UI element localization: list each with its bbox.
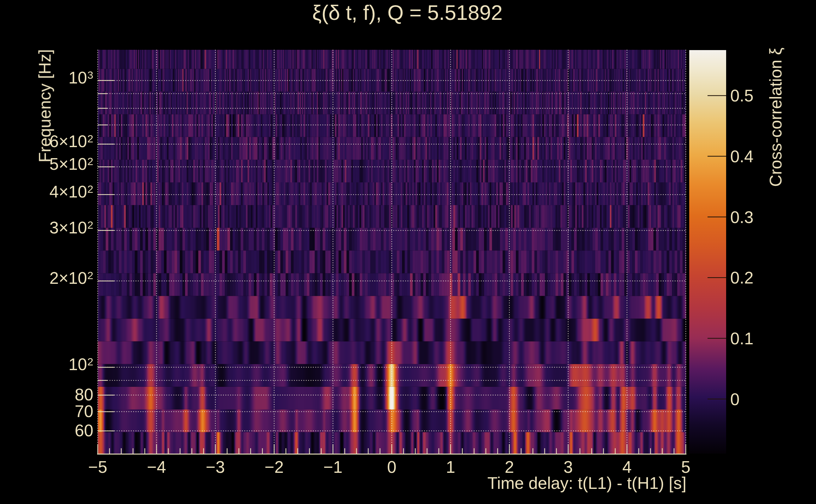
y-tick-base: 3×10	[49, 218, 87, 237]
x-tick-label: 4	[623, 457, 632, 477]
y-tick-exponent: 2	[87, 183, 93, 195]
x-tick-label: 3	[563, 457, 572, 477]
y-tick-label: 60	[0, 421, 93, 440]
y-tick-base: 6×10	[49, 132, 87, 150]
cross-correlation-heatmap-canvas	[0, 0, 816, 504]
y-tick-label: 70	[0, 401, 93, 421]
y-tick-label: 102	[0, 354, 93, 374]
x-tick-label: −5	[88, 457, 107, 477]
x-tick-label: −3	[206, 457, 225, 477]
colorbar-tick-label: 0.1	[730, 329, 754, 348]
y-tick-base: 5×10	[49, 154, 87, 173]
x-tick-label: −4	[147, 457, 166, 477]
y-tick-base: 80	[75, 385, 93, 404]
y-tick-exponent: 2	[87, 155, 93, 167]
x-tick-label: 1	[446, 457, 455, 477]
root-window: ξ(δ t, f), Q = 5.51892 Frequency [Hz] Ti…	[0, 0, 816, 504]
y-tick-exponent: 2	[87, 269, 93, 281]
y-tick-label: 5×102	[0, 154, 93, 174]
y-tick-base: 4×10	[49, 182, 87, 201]
y-tick-label: 103	[0, 68, 93, 87]
y-tick-label: 2×102	[0, 268, 93, 288]
colorbar-title: Cross-correlation ξ	[766, 48, 785, 187]
y-tick-base: 70	[75, 402, 93, 420]
y-tick-exponent: 2	[87, 356, 93, 368]
colorbar-tick-label: 0.2	[730, 268, 754, 287]
x-tick-label: 2	[505, 457, 514, 477]
y-tick-exponent: 2	[87, 133, 93, 145]
y-tick-label: 6×102	[0, 131, 93, 151]
y-tick-base: 2×10	[49, 269, 87, 287]
x-tick-label: 0	[387, 457, 396, 477]
x-tick-label: 5	[681, 457, 690, 477]
y-tick-base: 60	[75, 421, 93, 439]
y-tick-exponent: 2	[87, 219, 93, 231]
colorbar-tick-label: 0	[730, 389, 739, 409]
colorbar-tick-label: 0.5	[730, 86, 754, 105]
y-tick-label: 3×102	[0, 218, 93, 237]
y-tick-exponent: 3	[87, 69, 93, 81]
chart-title: ξ(δ t, f), Q = 5.51892	[312, 1, 503, 25]
y-tick-base: 10	[68, 355, 87, 374]
y-tick-base: 10	[68, 68, 87, 87]
x-tick-label: −1	[324, 457, 342, 477]
colorbar-tick-label: 0.3	[730, 207, 754, 226]
colorbar-tick-label: 0.4	[730, 147, 754, 166]
x-axis-title: Time delay: t(L1) - t(H1) [s]	[487, 473, 687, 493]
x-tick-label: −2	[265, 457, 284, 477]
y-tick-label: 4×102	[0, 182, 93, 201]
